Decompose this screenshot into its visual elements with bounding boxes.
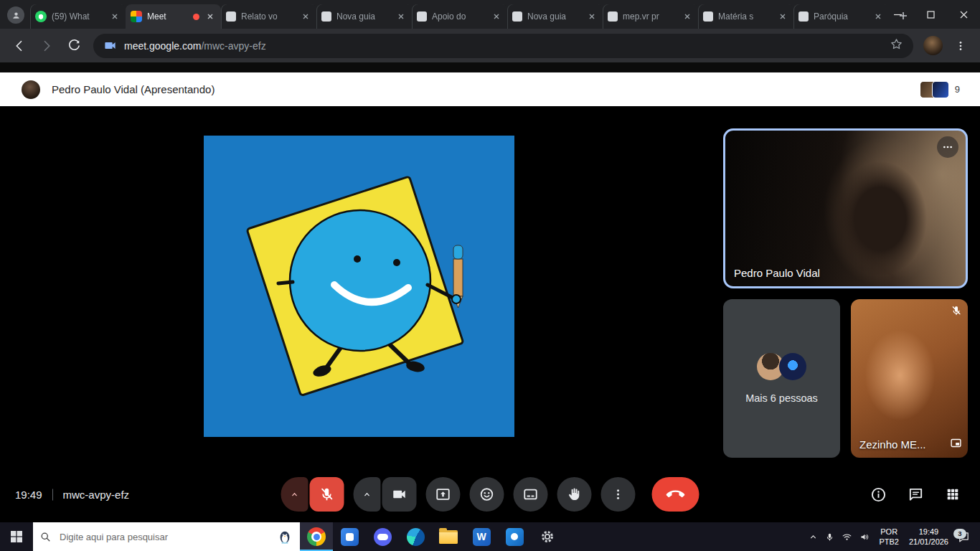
gear-icon <box>540 529 555 545</box>
chevron-up-icon <box>289 489 301 500</box>
back-button[interactable] <box>7 34 32 58</box>
more-horizontal-icon <box>942 141 953 153</box>
meeting-details-button[interactable] <box>862 479 894 510</box>
meet-icon <box>131 11 142 22</box>
mic-control <box>281 477 344 512</box>
notification-badge: 3 <box>953 529 966 539</box>
camera-options-caret[interactable] <box>354 477 381 512</box>
url-path: /mwc-avpy-efz <box>201 40 265 52</box>
video-tile-presenter[interactable]: Pedro Paulo Vidal <box>723 128 968 288</box>
search-input[interactable] <box>58 531 270 543</box>
chevron-up-icon <box>362 489 373 500</box>
bookmark-star-icon[interactable] <box>890 37 903 54</box>
browser-tab[interactable]: Apoio do <box>412 4 507 29</box>
windows-taskbar: W POR PTB2 19:49 21/01/2026 <box>0 522 980 551</box>
app-icon <box>341 528 359 546</box>
chat-button[interactable] <box>900 479 931 510</box>
window-close-button[interactable] <box>947 0 980 29</box>
app-icon <box>506 528 524 546</box>
activities-button[interactable] <box>937 479 969 510</box>
speaker-icon <box>859 532 870 542</box>
reload-button[interactable] <box>62 34 86 58</box>
video-tile-overflow[interactable]: Mais 6 pessoas <box>723 299 840 458</box>
taskbar-discord-button[interactable] <box>366 522 399 551</box>
keyboard-layout: PTB2 <box>879 537 899 547</box>
forward-button[interactable] <box>34 34 59 58</box>
action-center-button[interactable]: 3 <box>953 531 977 543</box>
tab-close-icon[interactable] <box>204 11 216 22</box>
tab-close-icon[interactable] <box>491 11 502 22</box>
mic-button[interactable] <box>310 477 344 512</box>
call-controls <box>281 477 699 512</box>
page-icon <box>417 11 427 22</box>
browser-tab[interactable]: mep.vr pr <box>603 4 698 29</box>
mic-icon <box>825 532 834 542</box>
browser-menu-button[interactable] <box>948 34 973 58</box>
browser-tab-whatsapp[interactable]: (59) What <box>30 4 126 29</box>
window-minimize-button[interactable] <box>881 0 914 29</box>
tab-title: Nova guia <box>527 11 581 22</box>
picture-in-picture-icon[interactable] <box>950 437 962 452</box>
tab-close-icon[interactable] <box>300 11 311 22</box>
taskbar-search[interactable] <box>33 522 300 551</box>
more-options-button[interactable] <box>601 477 636 512</box>
avatar <box>779 353 806 380</box>
tab-close-icon[interactable] <box>395 11 407 22</box>
taskbar-clock[interactable]: 19:49 21/01/2026 <box>904 527 953 547</box>
tab-close-icon[interactable] <box>109 11 121 22</box>
end-call-button[interactable] <box>652 477 699 512</box>
browser-profile-icon[interactable] <box>7 6 24 24</box>
taskbar-edge-button[interactable] <box>399 522 432 551</box>
address-bar[interactable]: meet.google.com/mwc-avpy-efz <box>93 34 913 58</box>
grid-icon <box>945 486 961 502</box>
tray-volume-button[interactable] <box>856 522 874 551</box>
browser-account-avatar[interactable] <box>923 36 943 55</box>
tab-close-icon[interactable] <box>682 11 693 22</box>
page-icon <box>512 11 522 22</box>
tray-mic-button[interactable] <box>821 522 838 551</box>
mic-options-caret[interactable] <box>281 477 308 512</box>
discord-icon <box>374 528 392 546</box>
browser-tab[interactable]: Nova guia <box>316 4 412 29</box>
browser-tab[interactable]: Relato vo <box>221 4 316 29</box>
language-code: POR <box>879 527 899 537</box>
taskbar-app-button[interactable] <box>333 522 366 551</box>
participants-summary[interactable]: 9 <box>920 81 960 98</box>
tab-close-icon[interactable] <box>777 11 788 22</box>
presenting-title: Pedro Paulo Vidal (Apresentando) <box>52 83 215 95</box>
reload-icon <box>67 39 81 52</box>
reactions-button[interactable] <box>470 477 504 512</box>
more-vertical-icon <box>612 488 625 501</box>
person-icon <box>11 11 21 20</box>
tile-options-button[interactable] <box>937 136 958 158</box>
taskbar-explorer-button[interactable] <box>432 522 465 551</box>
tray-network-button[interactable] <box>838 522 856 551</box>
language-indicator[interactable]: POR PTB2 <box>874 527 904 547</box>
window-maximize-button[interactable] <box>914 0 947 29</box>
clock-date: 21/01/2026 <box>909 537 948 547</box>
kebab-menu-icon <box>955 40 966 52</box>
browser-tab[interactable]: Matéria s <box>698 4 793 29</box>
camera-control <box>354 477 417 512</box>
taskbar-chrome-button[interactable] <box>300 522 333 551</box>
raise-hand-button[interactable] <box>557 477 592 512</box>
present-button[interactable] <box>426 477 461 512</box>
taskbar-settings-button[interactable] <box>531 522 564 551</box>
meeting-info: 19:49 mwc-avpy-efz <box>15 489 129 501</box>
tab-close-icon[interactable] <box>586 11 598 22</box>
tray-expand-button[interactable] <box>805 522 821 551</box>
taskbar-word-button[interactable]: W <box>465 522 498 551</box>
browser-tab[interactable]: Paróquia <box>793 4 889 29</box>
start-button[interactable] <box>0 522 33 551</box>
overflow-avatars <box>757 353 806 380</box>
tab-title: mep.vr pr <box>623 11 677 22</box>
presenter-avatar <box>22 80 40 99</box>
word-icon: W <box>473 528 491 546</box>
video-tile-participant[interactable]: Zezinho ME... <box>851 299 968 458</box>
camera-button[interactable] <box>382 477 417 512</box>
browser-tab-meet[interactable]: Meet <box>126 4 221 29</box>
taskbar-app-button-2[interactable] <box>498 522 531 551</box>
browser-tab[interactable]: Nova guia <box>507 4 603 29</box>
whatsapp-icon <box>35 11 47 22</box>
captions-button[interactable] <box>514 477 548 512</box>
